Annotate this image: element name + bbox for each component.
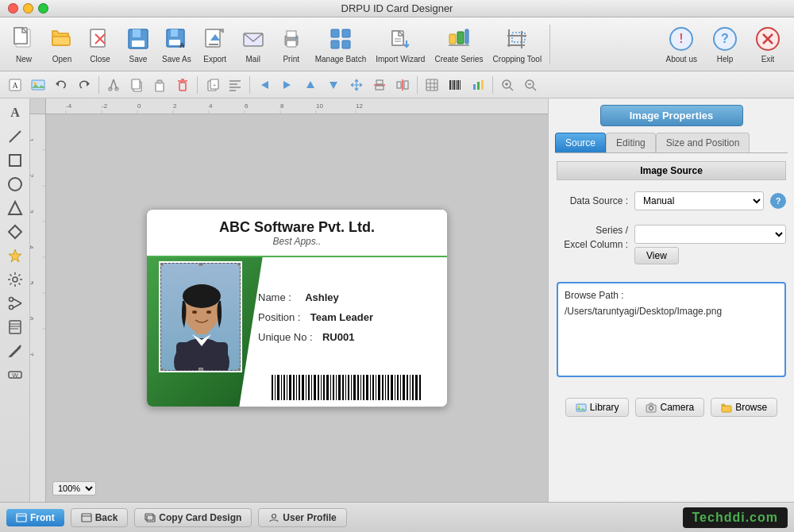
barcode-button[interactable] [445, 75, 465, 95]
align-left-button[interactable] [225, 75, 245, 95]
chart-button[interactable] [468, 75, 488, 95]
redo-button[interactable] [74, 75, 94, 95]
diamond-tool[interactable] [4, 221, 26, 243]
move-free-button[interactable] [346, 75, 367, 95]
svg-rect-216 [82, 514, 91, 522]
help-button[interactable]: ? [770, 193, 786, 209]
delete-button[interactable] [172, 75, 193, 95]
save-as-button[interactable]: A Save As [159, 23, 195, 65]
svg-text:12: 12 [356, 102, 363, 110]
import-wizard-button[interactable]: Import Wizard [372, 23, 428, 65]
svg-text:4: 4 [30, 245, 35, 249]
copy-button[interactable] [126, 75, 147, 95]
back-tab[interactable]: Back [71, 508, 129, 527]
tab-size-position[interactable]: Size and Position [656, 133, 750, 152]
book-tool[interactable] [4, 316, 26, 338]
svg-rect-11 [132, 40, 145, 47]
svg-text:8: 8 [280, 102, 284, 110]
zoom-select[interactable]: 100% 75% 50% 150% [52, 481, 96, 495]
cut-button[interactable] [103, 75, 124, 95]
svg-rect-190 [363, 375, 364, 400]
text-tool[interactable]: A [4, 102, 26, 124]
svg-point-23 [295, 37, 297, 40]
library-button[interactable]: Library [565, 398, 630, 417]
move-right-button[interactable] [277, 75, 298, 95]
browse-path-text: /Users/taruntyagi/Desktop/Image.png [565, 306, 778, 369]
triangle-tool[interactable] [4, 197, 26, 219]
minimize-window-button[interactable] [23, 3, 33, 13]
new-label: New [16, 55, 32, 64]
move-up-button[interactable] [300, 75, 321, 95]
svg-rect-22 [287, 31, 296, 37]
ellipse-tool[interactable] [4, 173, 26, 195]
svg-rect-201 [397, 375, 399, 400]
browse-button[interactable]: Browse [711, 398, 777, 417]
zoom-out-button[interactable] [520, 75, 541, 95]
duplicate-button[interactable]: + [202, 75, 222, 95]
zoom-control[interactable]: 100% 75% 50% 150% [52, 481, 96, 495]
move-down-button[interactable] [323, 75, 344, 95]
create-series-button[interactable]: Create Series [431, 23, 486, 65]
gear-tool[interactable] [4, 268, 26, 291]
svg-text:5: 5 [30, 281, 35, 285]
scissors-tool[interactable] [4, 292, 26, 314]
svg-rect-185 [348, 375, 349, 400]
copy-card-tab[interactable]: Copy Card Design [134, 508, 252, 527]
tab-source[interactable]: Source [555, 133, 606, 152]
card-barcode [254, 375, 439, 400]
camera-button[interactable]: Camera [635, 398, 704, 417]
tab-editing[interactable]: Editing [606, 133, 656, 152]
import-wizard-icon [386, 25, 414, 53]
svg-rect-206 [412, 375, 414, 400]
svg-rect-199 [391, 375, 393, 400]
data-source-dropdown[interactable]: Manual Database CSV [634, 191, 764, 210]
ruler-corner [30, 98, 46, 114]
new-button[interactable]: New [6, 23, 41, 65]
star-tool[interactable] [4, 245, 26, 267]
move-left-button[interactable] [254, 75, 275, 95]
image-tool-button[interactable] [28, 75, 48, 95]
svg-text:A: A [12, 81, 18, 90]
data-source-select[interactable]: Manual Database CSV [635, 192, 763, 210]
open-button[interactable]: Open [44, 23, 79, 65]
back-tab-icon [81, 513, 92, 522]
svg-marker-72 [283, 81, 291, 89]
svg-rect-59 [156, 83, 164, 91]
text-tool-button[interactable]: A [5, 75, 25, 95]
pencil-tool[interactable] [4, 340, 26, 362]
series-select[interactable] [635, 226, 785, 243]
close-button[interactable]: Close [83, 23, 118, 65]
print-button[interactable]: Print [274, 23, 309, 65]
svg-rect-192 [370, 375, 371, 400]
save-button[interactable]: Save [121, 23, 156, 65]
about-button[interactable]: ! About us [661, 23, 702, 65]
help-button[interactable]: ? Help [705, 23, 745, 65]
rect-tool[interactable] [4, 149, 26, 172]
exit-button[interactable]: Exit [748, 23, 788, 65]
align-center-v-button[interactable] [392, 75, 413, 95]
svg-rect-174 [314, 375, 316, 400]
camera-icon [646, 402, 657, 413]
undo-button[interactable] [51, 75, 71, 95]
user-profile-tab[interactable]: User Profile [258, 508, 346, 527]
maximize-window-button[interactable] [38, 3, 48, 13]
zoom-in-button[interactable] [497, 75, 518, 95]
text-banner-tool[interactable]: W [4, 364, 26, 386]
manage-batch-button[interactable]: Manage Batch [312, 23, 370, 65]
card-tagline: Best Apps.. [273, 236, 322, 247]
paste-button[interactable] [149, 75, 170, 95]
export-button[interactable]: Export [198, 23, 233, 65]
svg-rect-181 [336, 375, 337, 400]
front-tab[interactable]: Front [6, 509, 64, 526]
cropping-tool-button[interactable]: Cropping Tool [490, 23, 545, 65]
align-center-h-button[interactable] [369, 75, 390, 95]
table-button[interactable] [422, 75, 442, 95]
canvas-area[interactable]: -4-2024681012 1 2 3 4 5 6 [30, 98, 548, 502]
series-input[interactable] [634, 225, 786, 244]
mail-button[interactable]: Mail [236, 23, 271, 65]
close-window-button[interactable] [8, 3, 18, 13]
svg-rect-205 [410, 375, 410, 400]
view-button[interactable]: View [634, 247, 679, 264]
svg-rect-171 [306, 375, 306, 400]
line-tool[interactable] [4, 125, 26, 148]
